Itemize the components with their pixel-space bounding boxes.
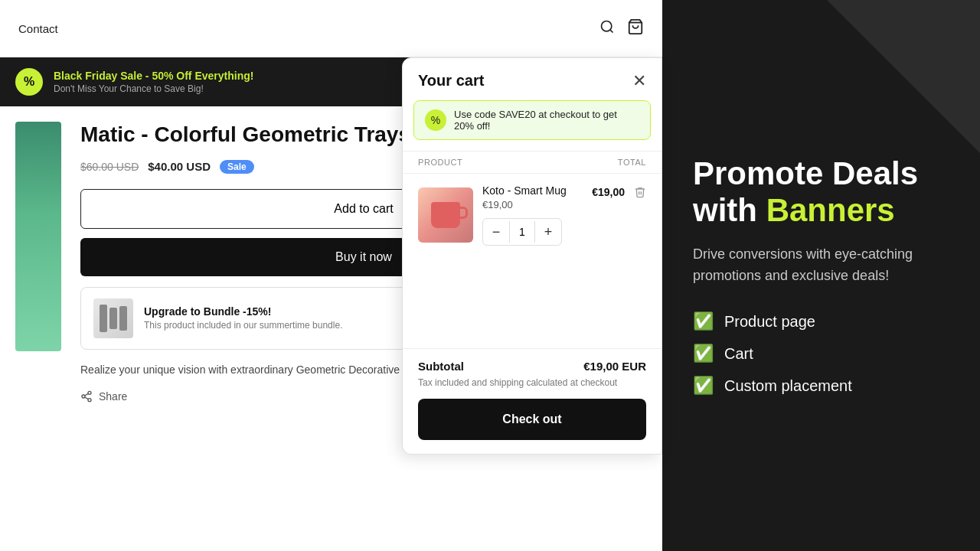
cart-item-details: Koto - Smart Mug €19,00 − 1 + — [482, 184, 583, 246]
col-total: TOTAL — [618, 158, 646, 167]
promo-heading-accent: Banners — [766, 192, 895, 228]
cart-title: Your cart — [418, 72, 484, 90]
top-bar-icons — [599, 18, 644, 39]
share-label: Share — [99, 390, 127, 403]
subtotal-label: Subtotal — [418, 360, 464, 373]
qty-decrease-button[interactable]: − — [483, 219, 509, 245]
mug-container — [431, 202, 460, 228]
price-sale: $40.00 USD — [148, 160, 211, 173]
svg-line-7 — [85, 393, 89, 396]
top-bar-nav: Contact — [18, 22, 58, 35]
bottle-1 — [100, 305, 107, 332]
bg-triangle — [827, 0, 980, 153]
check-icon-1: ✅ — [693, 311, 714, 331]
cart-item-quantity: − 1 + — [482, 218, 562, 246]
feature-product-page: ✅ Product page — [693, 311, 949, 331]
cart-spacer — [403, 256, 662, 348]
svg-point-5 — [88, 398, 91, 401]
cart-header: Your cart ✕ — [403, 58, 662, 100]
svg-line-1 — [610, 29, 613, 32]
feature-cart: ✅ Cart — [693, 344, 949, 364]
cart-promo-banner: % Use code SAVE20 at checkout to get 20%… — [413, 100, 651, 140]
bottle-3 — [119, 306, 127, 331]
nav-contact[interactable]: Contact — [18, 22, 58, 35]
upgrade-img-inner — [100, 305, 127, 332]
svg-point-3 — [88, 391, 91, 394]
promo-heading-line2: with — [693, 192, 766, 228]
cart-percent-icon: % — [431, 114, 440, 126]
percent-icon: % — [24, 75, 34, 89]
cart-promo-text: Use code SAVE20 at checkout to get 20% o… — [454, 109, 639, 132]
tax-note: Tax included and shipping calculated at … — [418, 377, 646, 388]
feature-label-1: Product page — [724, 313, 815, 331]
feature-custom-placement: ✅ Custom placement — [693, 376, 949, 396]
subtotal-row: Subtotal €19,00 EUR — [418, 360, 646, 373]
cart-item-name: Koto - Smart Mug — [482, 184, 583, 197]
cart-item-img-inner — [418, 187, 473, 243]
mug-shape — [431, 202, 460, 228]
promo-banner-icon: % — [15, 68, 43, 96]
search-button[interactable] — [599, 19, 615, 38]
svg-point-0 — [602, 21, 612, 31]
subtotal-amount: €19,00 EUR — [583, 360, 646, 373]
promo-heading-line1: Promote Deals — [693, 155, 918, 191]
upgrade-image — [93, 298, 133, 338]
cart-item-price: €19,00 — [482, 199, 583, 210]
qty-increase-button[interactable]: + — [535, 219, 561, 245]
cart-overlay: Your cart ✕ % Use code SAVE20 at checkou… — [402, 57, 662, 455]
search-icon — [599, 19, 615, 34]
svg-line-6 — [85, 397, 89, 399]
mug-handle — [460, 207, 468, 219]
feature-label-3: Custom placement — [724, 377, 852, 395]
price-original: $60.00 USD — [80, 161, 139, 173]
checkout-button[interactable]: Check out — [418, 399, 646, 440]
qty-value: 1 — [509, 221, 535, 243]
cart-footer: Subtotal €19,00 EUR Tax included and shi… — [403, 348, 662, 454]
product-image-col — [15, 122, 65, 403]
check-icon-2: ✅ — [693, 344, 714, 364]
cart-promo-icon: % — [425, 109, 446, 131]
trash-icon — [634, 186, 646, 198]
feature-label-2: Cart — [724, 345, 753, 363]
svg-marker-8 — [827, 0, 980, 153]
cart-close-button[interactable]: ✕ — [632, 73, 646, 90]
cart-icon — [627, 18, 644, 35]
cart-button[interactable] — [627, 18, 644, 39]
svg-point-4 — [82, 395, 85, 398]
cart-item: Koto - Smart Mug €19,00 − 1 + €19,00 — [403, 173, 662, 256]
top-bar: Contact — [0, 0, 662, 57]
cart-table-header: PRODUCT TOTAL — [403, 151, 662, 173]
col-product: PRODUCT — [418, 158, 462, 167]
cart-delete-button[interactable] — [634, 184, 646, 202]
product-image — [15, 122, 61, 351]
promo-features: ✅ Product page ✅ Cart ✅ Custom placement — [693, 311, 949, 396]
bottle-2 — [109, 308, 117, 329]
shop-panel: Contact % Black Friday Sale - 50% Off Ev… — [0, 0, 662, 551]
sale-badge: Sale — [220, 160, 254, 174]
promo-panel: Promote Deals with Banners Drive convers… — [662, 0, 980, 551]
cart-item-total: €19,00 — [592, 184, 625, 198]
promo-heading: Promote Deals with Banners — [693, 155, 949, 230]
share-icon — [80, 390, 93, 403]
check-icon-3: ✅ — [693, 376, 714, 396]
promo-subtext: Drive conversions with eye-catching prom… — [693, 244, 949, 287]
cart-item-image — [418, 187, 473, 243]
